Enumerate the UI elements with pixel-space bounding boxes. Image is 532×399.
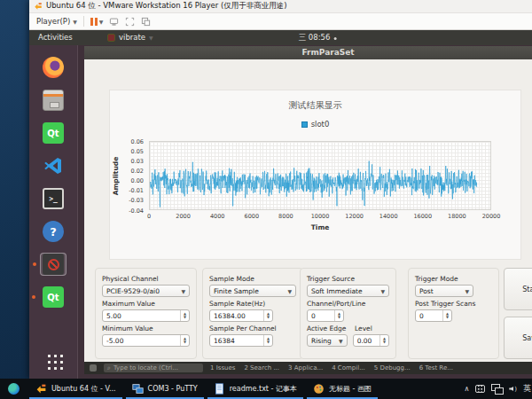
windows-taskbar: Ubuntu 64 位 - V...COM3 - PuTTYreadme.txt… (0, 379, 532, 399)
x-tick-label: 16000 (413, 213, 432, 220)
running-indicator-dot (32, 295, 35, 299)
hidden-icons-chevron[interactable]: ∧ (464, 385, 469, 393)
y-tick-label: 0.00 (131, 177, 144, 184)
maximum-value-label: Maximum Value (102, 300, 190, 308)
sample-per-channel-input[interactable]: 16384 ▲▼ (209, 334, 273, 347)
maximum-value-input[interactable]: 5.00 ▲▼ (102, 309, 190, 322)
dock-item-vscode[interactable] (40, 154, 66, 177)
x-tick-label: 2000 (176, 213, 191, 220)
y-tick-label: 0.06 (131, 138, 144, 145)
dock-item-firefox[interactable] (40, 56, 66, 79)
output-pane-button[interactable]: 2 Search ... (244, 364, 279, 372)
ime-keyboard-icon[interactable] (475, 385, 485, 393)
physical-channel-select[interactable]: PCIE-9529-0/ai0▼ (102, 285, 190, 297)
notepad-icon (214, 383, 225, 395)
running-indicator-dot (33, 262, 36, 266)
physical-channel-label: Physical Channel (102, 275, 190, 283)
edge-icon (8, 383, 20, 395)
x-tick-label: 6000 (245, 213, 260, 220)
locator-input[interactable]: ⌕ Type to locate (Ctrl... (104, 364, 203, 372)
chart-title: 测试结果显示 (110, 99, 520, 112)
x-axis-label: Time (149, 223, 491, 231)
post-trigger-scans-input[interactable]: 0 ▲▼ (415, 309, 452, 322)
waveform-line (150, 142, 490, 209)
trigger-mode-group: Trigger Mode Post▼ Post Trigger Scans 0 … (408, 268, 499, 359)
y-tick-label: -0.03 (129, 197, 144, 204)
chevron-down-icon: ▼ (99, 19, 104, 25)
x-tick-label: 20000 (482, 213, 501, 220)
search-icon: ⌕ (107, 364, 111, 372)
chart-legend: slot0 (110, 120, 520, 129)
fullscreen-icon[interactable] (125, 17, 135, 27)
app-indicator-menu[interactable]: vibrate ▼ (107, 33, 153, 42)
taskbar-item-notepad[interactable]: readme.txt - 记事本 (206, 379, 305, 399)
taskbar-item-vmware[interactable]: Ubuntu 64 位 - V... (27, 379, 124, 399)
y-tick-label: 0.03 (131, 158, 144, 165)
trigger-mode-label: Trigger Mode (415, 275, 492, 283)
save-button[interactable]: Save (504, 317, 532, 359)
trigger-mode-select[interactable]: Post▼ (415, 285, 473, 297)
dock-item-screen-recorder[interactable] (40, 253, 66, 276)
send-ctrl-alt-del-icon[interactable] (109, 17, 119, 27)
dock-item-qt-creator[interactable]: Qt (40, 121, 66, 145)
ubuntu-dock: Qt>_?Qt (29, 45, 78, 379)
player-menu[interactable]: Player(P)▼ (36, 17, 77, 26)
pause-icon (95, 18, 98, 26)
spinner-stepper[interactable]: ▲▼ (263, 310, 272, 321)
active-edge-select[interactable]: Rising▼ (307, 334, 348, 347)
dock-item-files[interactable] (40, 89, 66, 112)
spinner-stepper[interactable]: ▲▼ (442, 310, 451, 321)
chevron-down-icon: ▼ (181, 288, 185, 294)
x-tick-label: 14000 (379, 213, 398, 220)
screen-recorder-icon (43, 254, 64, 275)
minimum-value-input[interactable]: -5.00 ▲▼ (102, 334, 190, 347)
sample-settings-group: Sample Mode Finite Sample▼ Sample Rate(H… (202, 268, 303, 359)
level-input[interactable]: 0.00 ▲▼ (353, 334, 389, 347)
frmparaset-titlebar[interactable]: FrmParaSet (84, 46, 532, 59)
output-pane-button[interactable]: 6 Test Re... (419, 364, 453, 372)
vmware-logo-icon (34, 2, 43, 11)
volume-icon[interactable]: ) (509, 386, 517, 393)
network-icon[interactable] (491, 384, 503, 394)
ime-language-indicator[interactable]: 英 (523, 383, 532, 395)
x-tick-label: 0 (147, 213, 151, 220)
channel-port-line-input[interactable]: 0 ▲▼ (307, 309, 344, 322)
chevron-down-icon: ▼ (73, 19, 77, 25)
sample-per-channel-label: Sample Per Channel (209, 325, 296, 332)
activities-button[interactable]: Activities (38, 33, 73, 42)
pause-vm-button[interactable]: ▼ (90, 18, 104, 26)
output-pane-button[interactable]: 4 Compil... (332, 364, 365, 372)
spinner-stepper[interactable]: ▲▼ (180, 310, 189, 321)
y-tick-label: 0.05 (131, 148, 144, 155)
clock-menu[interactable]: 三 08:56 (299, 33, 337, 43)
trigger-source-select[interactable]: Soft Immediate▼ (307, 285, 389, 297)
dock-item-terminal[interactable]: >_ (40, 187, 66, 210)
vmware-titlebar[interactable]: Ubuntu 64 位 - VMware Workstation 16 Play… (29, 0, 532, 13)
sample-mode-select[interactable]: Finite Sample▼ (209, 285, 296, 297)
x-axis-ticks: 0200040006000800010000120001400016000180… (149, 213, 491, 222)
chevron-down-icon: ▼ (339, 338, 343, 344)
dock-item-qt-app[interactable]: Qt (40, 286, 66, 309)
unity-mode-icon[interactable] (141, 17, 151, 27)
spinner-stepper[interactable]: ▲▼ (379, 335, 388, 346)
taskbar-item-paint[interactable]: 无标题 - 画图 (305, 379, 379, 399)
post-trigger-scans-label: Post Trigger Scans (415, 300, 492, 308)
output-pane-button[interactable]: 1 Issues (210, 364, 235, 372)
terminal-icon: >_ (43, 188, 64, 209)
sample-rate-input[interactable]: 16384.00 ▲▼ (209, 309, 273, 322)
spinner-stepper[interactable]: ▲▼ (334, 310, 343, 321)
taskbar-item-edge[interactable] (0, 379, 27, 399)
chart-panel: 测试结果显示 slot0 Amplitude 0.060.050.030.020… (109, 90, 521, 260)
taskbar-item-putty[interactable]: COM3 - PuTTY (124, 379, 206, 399)
output-pane-button[interactable]: 3 Applica... (288, 364, 323, 372)
start-button[interactable]: Start (504, 268, 532, 310)
frmparaset-window: FrmParaSet 测试结果显示 slot0 Amplitude 0.060.… (84, 46, 532, 362)
qt-creator-icon: Qt (43, 122, 64, 144)
show-applications-icon (44, 351, 63, 370)
spinner-stepper[interactable]: ▲▼ (180, 335, 189, 346)
output-pane-button[interactable]: 5 Debugg... (374, 364, 411, 372)
dock-item-help[interactable]: ? (40, 220, 66, 243)
help-icon: ? (43, 221, 64, 242)
spinner-stepper[interactable]: ▲▼ (263, 335, 272, 346)
dock-item-show-applications[interactable] (40, 348, 66, 372)
